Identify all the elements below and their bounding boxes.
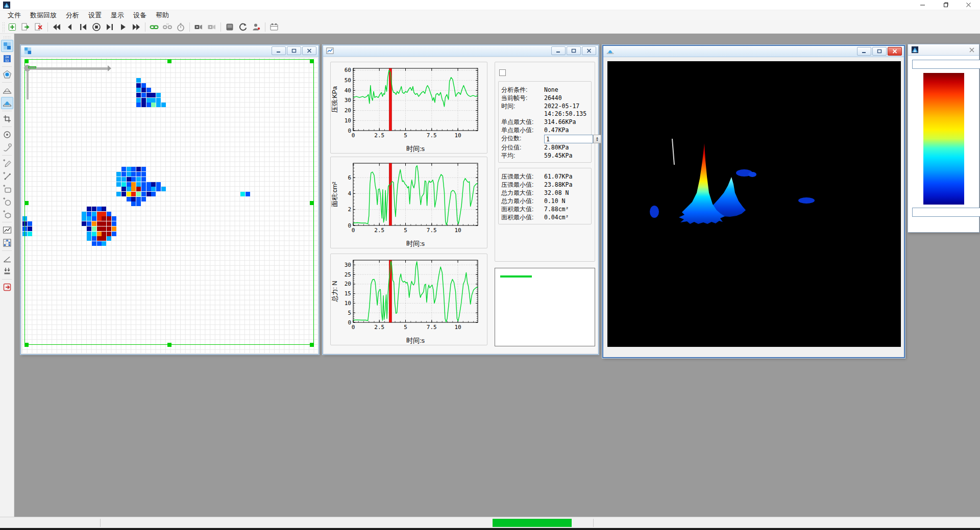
- sidebar-separator: [2, 82, 12, 83]
- window-2d-titlebar[interactable]: [21, 45, 318, 57]
- fast-forward-button[interactable]: [130, 21, 142, 33]
- play-button[interactable]: [117, 21, 129, 33]
- window-3d-minimize-button[interactable]: [857, 47, 871, 56]
- curve-analysis-label-3: 总力最小值:: [501, 197, 544, 205]
- svg-text:60: 60: [345, 67, 351, 73]
- sidebar-draw-polygon[interactable]: [1, 208, 13, 220]
- window-2d-minimize-button[interactable]: [272, 46, 286, 55]
- rewind-button[interactable]: [51, 21, 63, 33]
- sampling-analysis-group: 分析条件:None当前帧号:26440时间:2022-05-17 14:26:5…: [498, 81, 592, 163]
- last-frame-button[interactable]: [104, 21, 116, 33]
- sidebar-view-3d-surface[interactable]: [1, 97, 13, 109]
- sidebar-export[interactable]: [1, 281, 13, 293]
- stop-video-button[interactable]: [206, 21, 218, 33]
- window-curves-restore-button[interactable]: [567, 46, 581, 55]
- window-2d-restore-button[interactable]: [287, 46, 301, 55]
- link-button[interactable]: [148, 21, 160, 33]
- sidebar-draw-circle[interactable]: [1, 195, 13, 208]
- sidebar-view-values[interactable]: 2453: [1, 53, 13, 65]
- menu-device[interactable]: 设备: [129, 10, 151, 21]
- sidebar-tool-target[interactable]: [1, 129, 13, 141]
- first-frame-button[interactable]: [77, 21, 89, 33]
- selection-handle[interactable]: [167, 59, 172, 63]
- status-bar: [0, 517, 980, 528]
- menu-file[interactable]: 文件: [3, 10, 26, 21]
- close-button[interactable]: [957, 0, 980, 10]
- window-curves-titlebar[interactable]: [323, 45, 598, 57]
- region-merge-checkbox[interactable]: [499, 69, 506, 76]
- window-2d-close-button[interactable]: [302, 46, 316, 55]
- clear-button[interactable]: [33, 21, 45, 33]
- color-scale-icon: [911, 46, 919, 54]
- sidebar-tool-chart[interactable]: [1, 224, 13, 236]
- svg-text:7.5: 7.5: [427, 324, 437, 331]
- svg-text:10: 10: [345, 300, 351, 307]
- sidebar-draw-line[interactable]: [1, 170, 13, 182]
- svg-text:5: 5: [348, 310, 351, 316]
- svg-text:20: 20: [345, 107, 351, 114]
- minimize-button[interactable]: [911, 0, 934, 10]
- sidebar-separator: [2, 250, 12, 251]
- selection-handle[interactable]: [24, 59, 29, 63]
- menu-analysis[interactable]: 分析: [61, 10, 84, 21]
- quantile-spinner[interactable]: ▲▼: [593, 135, 601, 143]
- menu-settings[interactable]: 设置: [84, 10, 106, 21]
- pressure-curve-group: 02.557.5100102030405060时间:s压强:KPa: [330, 62, 487, 154]
- menu-help[interactable]: 帮助: [151, 10, 174, 21]
- curve-analysis-row: 总力最小值:0.10 N: [501, 197, 589, 205]
- selection-rectangle[interactable]: [24, 59, 314, 345]
- surface-3d-canvas[interactable]: [607, 61, 901, 347]
- window-3d-restore-button[interactable]: [872, 47, 887, 56]
- display-button[interactable]: [224, 21, 236, 33]
- export-button[interactable]: [19, 21, 32, 33]
- sampling-value-0: None: [544, 86, 558, 94]
- selection-handle[interactable]: [167, 343, 172, 347]
- user-button[interactable]: [250, 21, 262, 33]
- sidebar-draw-rect[interactable]: [1, 183, 13, 195]
- menu-display[interactable]: 显示: [106, 10, 129, 21]
- sidebar-view-region[interactable]: [1, 68, 13, 81]
- selection-handle[interactable]: [310, 201, 314, 205]
- refresh-button[interactable]: [237, 21, 249, 33]
- sidebar-tool-angle[interactable]: [1, 253, 13, 265]
- sidebar-view-2d[interactable]: [1, 40, 13, 52]
- window-3d-close-button[interactable]: [888, 47, 902, 56]
- app-title-bar[interactable]: [0, 0, 980, 10]
- scale-min-input[interactable]: [912, 208, 980, 217]
- window-curves-close-button[interactable]: [582, 46, 596, 55]
- sidebar-tool-crop[interactable]: [1, 113, 13, 125]
- add-button[interactable]: [6, 21, 18, 33]
- svg-text:7.5: 7.5: [427, 227, 437, 234]
- quantile-input[interactable]: [544, 135, 593, 143]
- window-curves: 02.557.5100102030405060时间:s压强:KPa 02.557…: [323, 45, 599, 355]
- window-3d-titlebar[interactable]: [603, 46, 904, 57]
- sidebar-tool-route[interactable]: [1, 141, 13, 154]
- prev-frame-button[interactable]: [64, 21, 76, 33]
- svg-text:30: 30: [345, 97, 351, 104]
- frames-button[interactable]: [268, 21, 280, 33]
- selection-handle[interactable]: [310, 59, 314, 63]
- selection-handle[interactable]: [24, 343, 29, 347]
- sidebar-view-3d-wireframe[interactable]: [1, 84, 13, 96]
- menu-playback[interactable]: 数据回放: [26, 10, 61, 21]
- sidebar-draw-point[interactable]: [1, 157, 13, 169]
- timer-button[interactable]: [175, 21, 187, 33]
- selection-handle[interactable]: [24, 201, 29, 205]
- sidebar-tool-matrix[interactable]: [1, 237, 13, 249]
- color-scale-titlebar[interactable]: [908, 44, 979, 56]
- sidebar-separator: [2, 111, 12, 111]
- window-curves-minimize-button[interactable]: [551, 46, 566, 55]
- scale-max-input[interactable]: [912, 60, 980, 69]
- svg-text:总力: N: 总力: N: [331, 281, 338, 302]
- color-gradient-bar: [923, 73, 964, 205]
- svg-text:0: 0: [352, 132, 355, 139]
- color-scale-close-button[interactable]: [967, 45, 977, 54]
- record-video-button[interactable]: [192, 21, 205, 33]
- stop-button[interactable]: [90, 21, 103, 33]
- unlink-button[interactable]: [161, 21, 174, 33]
- sidebar-tool-press[interactable]: [1, 265, 13, 277]
- maximize-button[interactable]: [934, 0, 957, 10]
- selection-handle[interactable]: [310, 343, 314, 347]
- pressure-map-canvas[interactable]: [22, 58, 317, 353]
- curve-analysis-row: 总力最大值:32.08 N: [501, 189, 589, 197]
